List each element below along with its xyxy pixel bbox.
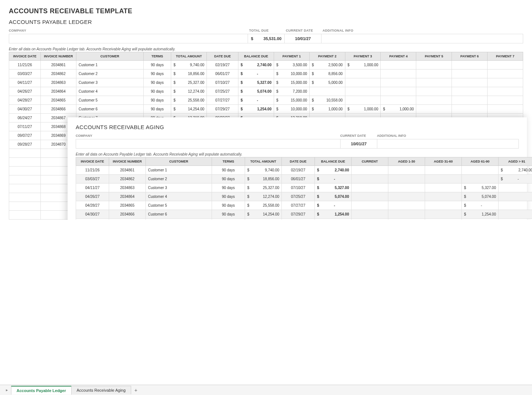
table-row[interactable]: 11/21/262034861Customer 190 days$9,740.0… [9,61,523,70]
aging-note: Enter all data on Accounts Payable Ledge… [76,152,519,156]
aging-company-input[interactable] [76,139,341,148]
aging-col: AGED 31-60 [425,157,462,166]
table-row[interactable]: 04/30/272034866Customer 690 days$14,254.… [76,210,532,219]
ledger-col: TERMS [143,52,171,61]
label-current-date: CURRENT DATE [286,29,313,32]
total-due-value: $35,531.00 [248,34,285,43]
label-additional-info: ADDITIONAL INFO [323,29,353,32]
aging-col: CURRENT [352,157,388,166]
table-row[interactable]: 04/26/272034864Customer 490 days$12,274.… [9,87,523,96]
ledger-note: Enter all data on Accounts Payable Ledge… [9,47,523,51]
aging-col: AGED > 91 [499,157,532,166]
aging-col: INVOICE DATE [76,157,109,166]
table-row[interactable]: 03/03/272034862Customer 290 days$18,856.… [9,70,523,78]
aging-col: AGED 1-30 [388,157,425,166]
additional-info-input[interactable] [321,34,523,43]
ledger-col: PAYMENT 3 [345,52,381,61]
table-row[interactable]: 03/03/272034862Customer 290 days$18,856.… [76,175,532,184]
aging-col: BALANCE DUE [315,157,352,166]
aging-label-additional-info: ADDITIONAL INFO [377,134,406,138]
ledger-col: PAYMENT 2 [309,52,345,61]
ledger-col: INVOICE DATE [9,52,41,61]
ledger-col: PAYMENT 4 [381,52,416,61]
ledger-col: PAYMENT 7 [488,52,523,61]
table-row[interactable]: 04/28/272034865Customer 590 days$25,558.… [76,201,532,210]
ledger-col: CUSTOMER [76,52,143,61]
aging-label-company: COMPANY [76,134,92,138]
ledger-col: INVOICE NUMBER [41,52,76,61]
ledger-col: TOTAL AMOUNT [171,52,207,61]
aging-additional-info-input[interactable] [377,139,518,148]
aging-col: DATE DUE [282,157,315,166]
aging-col: INVOICE NUMBER [109,157,146,166]
aging-col: AGED 61-90 [462,157,499,166]
aging-panel: ACCOUNTS RECEIVABLE AGING COMPANY CURREN… [68,117,527,220]
aging-table: INVOICE DATEINVOICE NUMBERCUSTOMERTERMST… [76,157,532,220]
current-date-value[interactable]: 10/01/27 [285,34,321,43]
table-row[interactable]: 11/21/262034861Customer 190 days$9,740.0… [76,166,532,175]
table-row[interactable]: 04/11/272034863Customer 390 days$25,327.… [76,184,532,192]
ledger-col: DATE DUE [207,52,238,61]
table-row[interactable]: 04/30/272034866Customer 690 days$14,254.… [9,105,523,114]
table-row[interactable]: 04/28/272034865Customer 590 days$25,558.… [9,96,523,105]
ledger-meta-values: $35,531.00 10/01/27 [9,34,523,43]
aging-col: TOTAL AMOUNT [245,157,282,166]
ledger-col: PAYMENT 6 [452,52,488,61]
page-title: ACCOUNTS RECEIVABLE TEMPLATE [9,7,523,15]
ledger-col: BALANCE DUE [238,52,274,61]
ledger-heading: ACCOUNTS PAYABLE LEDGER [9,19,523,25]
label-company: COMPANY [9,29,26,32]
company-input[interactable] [9,34,248,43]
aging-current-date-value[interactable]: 10/01/27 [341,139,377,148]
table-row[interactable]: 04/11/272034863Customer 390 days$25,327.… [9,78,523,87]
aging-col: CUSTOMER [146,157,212,166]
aging-label-current-date: CURRENT DATE [340,134,366,138]
ledger-col: PAYMENT 1 [274,52,309,61]
aging-col: TERMS [212,157,245,166]
table-row[interactable]: 04/26/272034864Customer 490 days$12,274.… [76,192,532,201]
table-row[interactable]: 06/24/272034867Customer 790 days$12,219.… [76,219,532,220]
aging-heading: ACCOUNTS RECEIVABLE AGING [76,124,519,130]
ledger-col: PAYMENT 5 [416,52,452,61]
label-total-due: TOTAL DUE [249,29,269,32]
